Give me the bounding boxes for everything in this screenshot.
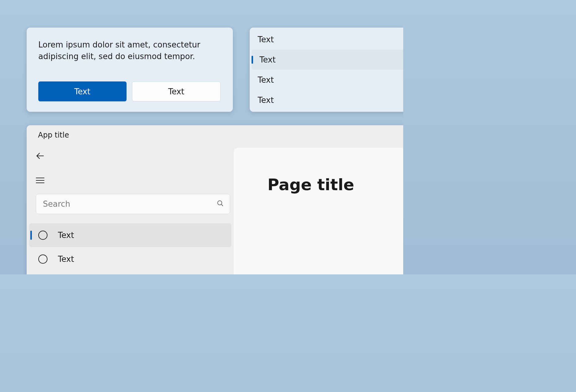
app-content: Page title (234, 148, 403, 274)
dialog-button-row: Text Text (38, 81, 221, 101)
sidebar-nav: Text Text (27, 223, 234, 271)
search-box[interactable] (36, 194, 230, 214)
sidebar-item-label: Text (58, 231, 74, 240)
back-button[interactable] (30, 146, 51, 167)
navlist-item-label: Text (258, 96, 274, 105)
hamburger-icon (36, 177, 44, 185)
page-title: Page title (267, 175, 403, 194)
navlist-item[interactable]: Text (250, 29, 403, 50)
dialog-body-text: Lorem ipsum dolor sit amet, consectetur … (38, 39, 221, 62)
dialog-secondary-button[interactable]: Text (132, 81, 221, 101)
sidebar-item-label: Text (58, 254, 74, 264)
search-icon (217, 200, 224, 208)
circle-icon (38, 254, 47, 264)
dialog-primary-button[interactable]: Text (38, 81, 127, 101)
search-container (27, 191, 234, 217)
app-title: App title (27, 125, 403, 145)
selection-indicator (30, 231, 32, 240)
app-window: App title (27, 125, 403, 274)
navlist-item[interactable]: Text (250, 90, 403, 110)
circle-icon (38, 231, 47, 240)
navlist-card: Text Text Text Text (250, 28, 403, 112)
navlist-item[interactable]: Text (250, 70, 403, 90)
dialog-card: Lorem ipsum dolor sit amet, consectetur … (27, 28, 233, 112)
nav-toggle-button[interactable] (30, 171, 51, 191)
sidebar-item[interactable]: Text (29, 247, 231, 271)
navlist-item[interactable]: Text (252, 50, 403, 70)
navlist-item-label: Text (258, 75, 274, 85)
sidebar-item[interactable]: Text (29, 223, 231, 247)
back-arrow-icon (36, 152, 44, 161)
app-sidebar: Text Text (27, 145, 234, 274)
selection-indicator (252, 56, 253, 64)
search-input[interactable] (43, 199, 217, 209)
navlist-item-label: Text (258, 35, 274, 44)
svg-line-5 (221, 204, 223, 206)
app-body: Text Text Page title (27, 145, 403, 274)
navlist-item-label: Text (260, 55, 276, 64)
sidebar-top-controls (27, 145, 234, 191)
